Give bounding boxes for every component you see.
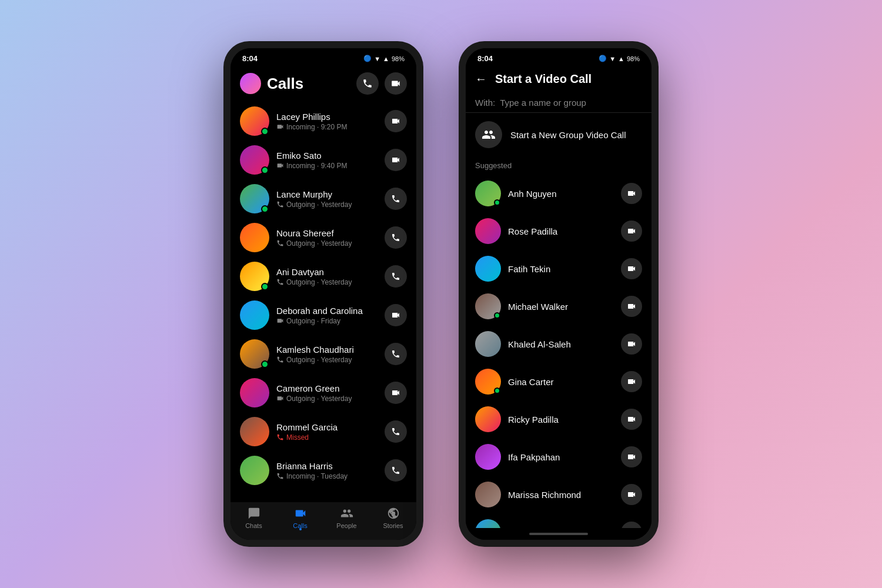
- call-action-noura[interactable]: [385, 226, 407, 249]
- contact-video-btn-anh[interactable]: [621, 183, 642, 204]
- online-dot-ani: [261, 283, 269, 290]
- contact-name-khaled: Khaled Al-Saleh: [508, 339, 614, 349]
- home-bar-2: [529, 533, 588, 535]
- status-time-1: 8:04: [242, 54, 258, 63]
- call-info-emiko: Emiko Sato Incoming · 9:40 PM: [276, 151, 377, 170]
- call-sub-emiko: Incoming · 9:40 PM: [276, 162, 377, 170]
- calls-header-left: Calls: [240, 73, 303, 94]
- call-avatar-wrap-emiko: [240, 145, 269, 175]
- contact-avatar-ricky: [475, 406, 501, 432]
- call-avatar-wrap-cameron: [240, 378, 269, 407]
- contact-item-ifa[interactable]: Ifa Pakpahan: [466, 438, 652, 476]
- call-item-noura[interactable]: Noura Shereef Outgoing · Yesterday: [230, 218, 416, 257]
- contact-video-btn-rose[interactable]: [621, 220, 642, 242]
- call-action-deborah[interactable]: [385, 304, 407, 326]
- call-sub-rommel: Missed: [276, 433, 377, 442]
- call-item-kamlesh[interactable]: Kamlesh Chaudhari Outgoing · Yesterday: [230, 335, 416, 373]
- call-action-kamlesh[interactable]: [385, 343, 407, 365]
- nav-calls[interactable]: Calls: [277, 507, 323, 530]
- call-item-brianna[interactable]: Brianna Harris Incoming · Tuesday: [230, 451, 416, 490]
- nav-stories[interactable]: Stories: [370, 507, 416, 530]
- call-info-lance: Lance Murphy Outgoing · Yesterday: [276, 189, 377, 209]
- header-buttons: [356, 72, 407, 95]
- call-action-lance[interactable]: [385, 188, 407, 210]
- contact-avatar-marissa: [475, 482, 501, 507]
- call-info-rommel: Rommel Garcia Missed: [276, 422, 377, 442]
- contact-item-marissa[interactable]: Marissa Richmond: [466, 476, 652, 513]
- phone-calls: 8:04 🔵 ▼ ▲ 98% Calls: [223, 41, 423, 547]
- contact-item-rose[interactable]: Rose Padilla: [466, 212, 652, 250]
- online-dot-kamlesh: [261, 360, 269, 368]
- nav-chats[interactable]: Chats: [230, 507, 277, 530]
- messenger-icon-2: 🔵: [599, 55, 607, 62]
- call-avatar-cameron: [240, 378, 269, 407]
- call-item-cameron[interactable]: Cameron Green Outgoing · Yesterday: [230, 373, 416, 412]
- contact-item-michael[interactable]: Michael Walker: [466, 288, 652, 325]
- call-action-lacey[interactable]: [385, 110, 407, 132]
- contact-video-btn-khaled[interactable]: [621, 333, 642, 355]
- with-input[interactable]: Type a name or group: [500, 98, 586, 108]
- contact-avatar-wrap-fatih: [475, 256, 501, 282]
- back-button[interactable]: ←: [475, 72, 487, 86]
- contact-avatar-jihoo: [475, 519, 501, 528]
- call-action-rommel[interactable]: [385, 420, 407, 443]
- contact-video-btn-jihoo[interactable]: [621, 522, 642, 528]
- call-item-lacey[interactable]: Lacey Phillips Incoming · 9:20 PM: [230, 102, 416, 141]
- call-name-noura: Noura Shereef: [276, 228, 377, 238]
- contact-item-gina[interactable]: Gina Carter: [466, 363, 652, 400]
- online-dot-gina: [494, 387, 500, 394]
- wifi-icon: ▼: [374, 55, 380, 62]
- call-name-deborah: Deborah and Carolina: [276, 306, 377, 316]
- call-info-cameron: Cameron Green Outgoing · Yesterday: [276, 383, 377, 403]
- nav-people[interactable]: People: [323, 507, 370, 530]
- contact-video-btn-gina[interactable]: [621, 371, 642, 392]
- status-icons-1: 🔵 ▼ ▲ 98%: [363, 55, 405, 62]
- call-item-rommel[interactable]: Rommel Garcia Missed: [230, 412, 416, 451]
- phone-video-call: 8:04 🔵 ▼ ▲ 98% ← Start a Video Call With…: [459, 41, 659, 547]
- contact-avatar-wrap-michael: [475, 293, 501, 319]
- call-sub-cameron: Outgoing · Yesterday: [276, 395, 377, 403]
- call-action-emiko[interactable]: [385, 149, 407, 171]
- call-name-brianna: Brianna Harris: [276, 461, 377, 471]
- contact-avatar-wrap-ricky: [475, 406, 501, 432]
- call-sub-kamlesh: Outgoing · Yesterday: [276, 356, 377, 364]
- call-action-brianna[interactable]: [385, 459, 407, 482]
- call-info-deborah: Deborah and Carolina Outgoing · Friday: [276, 306, 377, 325]
- status-bar-1: 8:04 🔵 ▼ ▲ 98%: [230, 48, 416, 65]
- call-action-ani[interactable]: [385, 265, 407, 288]
- new-video-call-button[interactable]: [385, 72, 407, 95]
- signal-icon-2: ▲: [618, 55, 624, 62]
- contact-item-anh[interactable]: Anh Nguyen: [466, 175, 652, 212]
- online-dot-anh: [494, 199, 500, 206]
- suggested-label: Suggested: [466, 156, 652, 175]
- call-item-ani[interactable]: Ani Davtyan Outgoing · Yesterday: [230, 257, 416, 296]
- contact-item-ricky[interactable]: Ricky Padilla: [466, 400, 652, 438]
- call-item-deborah[interactable]: Deborah and Carolina Outgoing · Friday: [230, 296, 416, 335]
- call-item-emiko[interactable]: Emiko Sato Incoming · 9:40 PM: [230, 141, 416, 179]
- call-sub-ani: Outgoing · Yesterday: [276, 278, 377, 286]
- contact-avatar-wrap-gina: [475, 369, 501, 395]
- call-name-lance: Lance Murphy: [276, 189, 377, 199]
- contact-avatar-khaled: [475, 331, 501, 357]
- call-avatar-wrap-lance: [240, 184, 269, 213]
- contact-video-btn-marissa[interactable]: [621, 484, 642, 505]
- contact-item-jihoo[interactable]: Jihoo Song: [466, 513, 652, 528]
- call-avatar-wrap-ani: [240, 262, 269, 291]
- contact-item-fatih[interactable]: Fatih Tekin: [466, 250, 652, 288]
- contact-name-michael: Michael Walker: [508, 302, 614, 312]
- contact-video-btn-ifa[interactable]: [621, 446, 642, 467]
- contact-item-khaled[interactable]: Khaled Al-Saleh: [466, 325, 652, 363]
- contact-video-btn-michael[interactable]: [621, 296, 642, 317]
- group-video-label: Start a New Group Video Call: [510, 130, 626, 140]
- nav-people-label: People: [336, 522, 356, 529]
- call-avatar-brianna: [240, 456, 269, 485]
- contact-video-btn-fatih[interactable]: [621, 258, 642, 279]
- call-item-lance[interactable]: Lance Murphy Outgoing · Yesterday: [230, 179, 416, 218]
- call-action-cameron[interactable]: [385, 382, 407, 404]
- contact-name-ifa: Ifa Pakpahan: [508, 452, 614, 462]
- contact-avatar-rose: [475, 218, 501, 244]
- contact-video-btn-ricky[interactable]: [621, 409, 642, 430]
- new-audio-call-button[interactable]: [356, 72, 379, 95]
- call-avatar-wrap-lacey: [240, 106, 269, 136]
- group-video-call-button[interactable]: Start a New Group Video Call: [466, 113, 652, 156]
